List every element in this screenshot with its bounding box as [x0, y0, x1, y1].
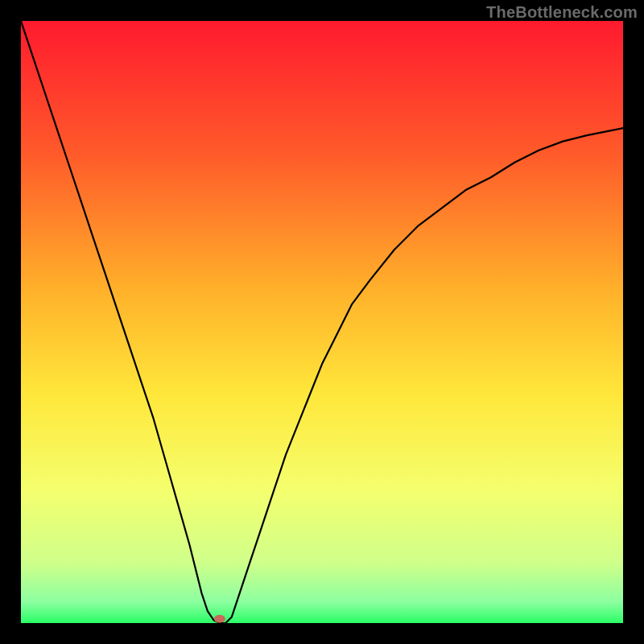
- chart-svg: [21, 21, 623, 623]
- chart-frame: TheBottleneck.com: [0, 0, 644, 644]
- gradient-background: [21, 21, 623, 623]
- plot-area: [21, 21, 623, 623]
- watermark-text: TheBottleneck.com: [486, 3, 638, 22]
- min-point-marker: [214, 615, 225, 623]
